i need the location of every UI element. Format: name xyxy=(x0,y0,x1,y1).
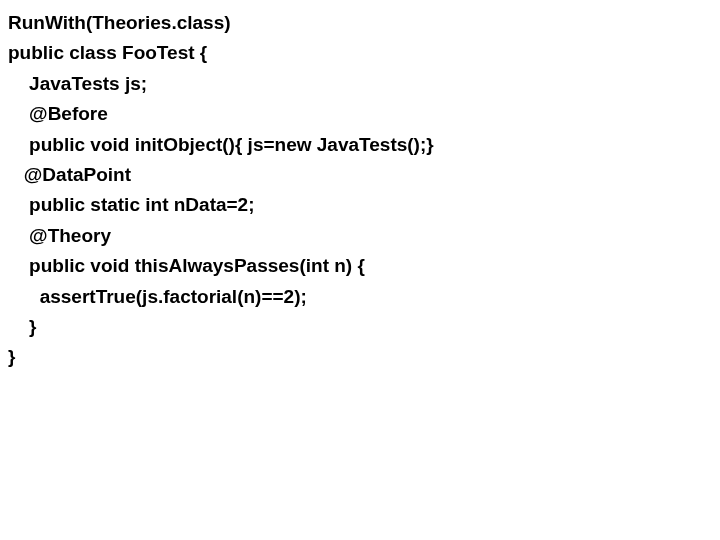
code-line: public static int nData=2; xyxy=(8,190,712,220)
code-line: public void thisAlwaysPasses(int n) { xyxy=(8,251,712,281)
code-line: @DataPoint xyxy=(8,160,712,190)
code-line: public class FooTest { xyxy=(8,38,712,68)
code-line: assertTrue(js.factorial(n)==2); xyxy=(8,282,712,312)
code-line: } xyxy=(8,342,712,372)
code-line: JavaTests js; xyxy=(8,69,712,99)
code-line: @Before xyxy=(8,99,712,129)
code-line: @Theory xyxy=(8,221,712,251)
code-line: public void initObject(){ js=new JavaTes… xyxy=(8,130,712,160)
code-block: RunWith(Theories.class) public class Foo… xyxy=(8,8,712,373)
code-line: } xyxy=(8,312,712,342)
code-line: RunWith(Theories.class) xyxy=(8,8,712,38)
